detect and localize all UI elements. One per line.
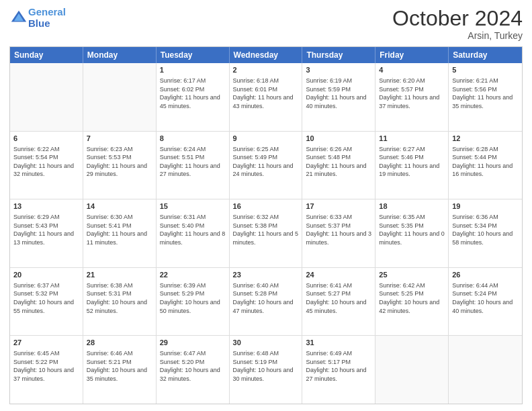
cell-info: Sunrise: 6:31 AMSunset: 5:40 PMDaylight:…: [160, 213, 226, 246]
cell-info: Sunrise: 6:17 AMSunset: 6:02 PMDaylight:…: [160, 77, 226, 110]
calendar-cell: 19Sunrise: 6:36 AMSunset: 5:34 PMDayligh…: [449, 199, 522, 267]
cell-date: 23: [233, 270, 299, 280]
cell-info: Sunrise: 6:30 AMSunset: 5:41 PMDaylight:…: [87, 213, 152, 246]
cell-date: 28: [87, 338, 152, 348]
calendar-cell: 24Sunrise: 6:41 AMSunset: 5:27 PMDayligh…: [302, 268, 375, 336]
day-name-sunday: Sunday: [10, 47, 83, 63]
calendar-cell: 28Sunrise: 6:46 AMSunset: 5:21 PMDayligh…: [83, 336, 157, 404]
cell-info: Sunrise: 6:32 AMSunset: 5:38 PMDaylight:…: [233, 213, 299, 246]
cell-info: Sunrise: 6:38 AMSunset: 5:31 PMDaylight:…: [87, 281, 152, 315]
cell-date: 7: [87, 134, 152, 144]
cell-date: 9: [233, 134, 299, 144]
calendar-cell: 31Sunrise: 6:49 AMSunset: 5:17 PMDayligh…: [302, 336, 375, 404]
cell-info: Sunrise: 6:39 AMSunset: 5:29 PMDaylight:…: [160, 281, 226, 315]
calendar-cell: 30Sunrise: 6:48 AMSunset: 5:19 PMDayligh…: [230, 336, 303, 404]
logo-icon: [9, 9, 28, 28]
calendar-cell: 14Sunrise: 6:30 AMSunset: 5:41 PMDayligh…: [83, 199, 157, 267]
calendar-row-0: 1Sunrise: 6:17 AMSunset: 6:02 PMDaylight…: [10, 63, 522, 131]
cell-info: Sunrise: 6:49 AMSunset: 5:17 PMDaylight:…: [306, 349, 371, 383]
calendar-subtitle: Arsin, Turkey: [392, 30, 523, 41]
title-block: October 2024 Arsin, Turkey: [392, 7, 523, 41]
cell-date: 15: [160, 201, 226, 212]
cell-date: 14: [87, 201, 152, 212]
cell-date: 19: [452, 201, 519, 212]
cell-date: 29: [160, 338, 226, 348]
logo: General Blue: [9, 7, 66, 29]
cell-info: Sunrise: 6:22 AMSunset: 5:54 PMDaylight:…: [13, 145, 79, 179]
calendar-cell: 29Sunrise: 6:47 AMSunset: 5:20 PMDayligh…: [157, 336, 230, 404]
cell-info: Sunrise: 6:48 AMSunset: 5:19 PMDaylight:…: [233, 349, 299, 383]
calendar-cell: 25Sunrise: 6:42 AMSunset: 5:25 PMDayligh…: [375, 268, 449, 336]
cell-date: 5: [452, 65, 519, 75]
cell-info: Sunrise: 6:46 AMSunset: 5:21 PMDaylight:…: [87, 349, 152, 383]
cell-date: 3: [306, 65, 371, 75]
day-name-monday: Monday: [83, 47, 157, 63]
cell-info: Sunrise: 6:37 AMSunset: 5:32 PMDaylight:…: [13, 281, 79, 315]
cell-info: Sunrise: 6:45 AMSunset: 5:22 PMDaylight:…: [13, 349, 79, 383]
calendar-cell: 23Sunrise: 6:40 AMSunset: 5:28 PMDayligh…: [230, 268, 303, 336]
calendar-cell: [449, 336, 522, 404]
calendar-cell: 9Sunrise: 6:25 AMSunset: 5:49 PMDaylight…: [230, 132, 303, 199]
cell-info: Sunrise: 6:35 AMSunset: 5:35 PMDaylight:…: [379, 213, 445, 246]
calendar-cell: 12Sunrise: 6:28 AMSunset: 5:44 PMDayligh…: [449, 132, 522, 199]
cell-date: 24: [306, 270, 371, 280]
cell-info: Sunrise: 6:20 AMSunset: 5:57 PMDaylight:…: [379, 77, 445, 110]
calendar-cell: 13Sunrise: 6:29 AMSunset: 5:43 PMDayligh…: [10, 199, 83, 267]
calendar-row-2: 13Sunrise: 6:29 AMSunset: 5:43 PMDayligh…: [10, 199, 522, 267]
cell-info: Sunrise: 6:23 AMSunset: 5:53 PMDaylight:…: [87, 145, 152, 179]
calendar-cell: 1Sunrise: 6:17 AMSunset: 6:02 PMDaylight…: [157, 63, 230, 131]
cell-info: Sunrise: 6:26 AMSunset: 5:48 PMDaylight:…: [306, 145, 371, 179]
cell-date: 25: [379, 270, 445, 280]
cell-info: Sunrise: 6:28 AMSunset: 5:44 PMDaylight:…: [452, 145, 519, 179]
cell-date: 17: [306, 201, 371, 212]
logo-text: General Blue: [28, 7, 66, 29]
calendar-cell: 27Sunrise: 6:45 AMSunset: 5:22 PMDayligh…: [10, 336, 83, 404]
calendar-cell: 3Sunrise: 6:19 AMSunset: 5:59 PMDaylight…: [302, 63, 375, 131]
calendar-cell: 8Sunrise: 6:24 AMSunset: 5:51 PMDaylight…: [157, 132, 230, 199]
page: General Blue October 2024 Arsin, Turkey …: [0, 0, 532, 411]
cell-info: Sunrise: 6:25 AMSunset: 5:49 PMDaylight:…: [233, 145, 299, 179]
cell-date: 20: [13, 270, 79, 280]
calendar-cell: [375, 336, 449, 404]
calendar-row-4: 27Sunrise: 6:45 AMSunset: 5:22 PMDayligh…: [10, 335, 522, 404]
cell-date: 13: [13, 201, 79, 212]
calendar-row-1: 6Sunrise: 6:22 AMSunset: 5:54 PMDaylight…: [10, 131, 522, 199]
cell-date: 30: [233, 338, 299, 348]
calendar-header: SundayMondayTuesdayWednesdayThursdayFrid…: [10, 47, 522, 63]
cell-date: 31: [306, 338, 371, 348]
calendar-cell: 15Sunrise: 6:31 AMSunset: 5:40 PMDayligh…: [157, 199, 230, 267]
cell-date: 2: [233, 65, 299, 75]
calendar-cell: 22Sunrise: 6:39 AMSunset: 5:29 PMDayligh…: [157, 268, 230, 336]
calendar-cell: 10Sunrise: 6:26 AMSunset: 5:48 PMDayligh…: [302, 132, 375, 199]
calendar-cell: 16Sunrise: 6:32 AMSunset: 5:38 PMDayligh…: [230, 199, 303, 267]
cell-info: Sunrise: 6:40 AMSunset: 5:28 PMDaylight:…: [233, 281, 299, 315]
calendar-title: October 2024: [392, 7, 523, 30]
calendar-row-3: 20Sunrise: 6:37 AMSunset: 5:32 PMDayligh…: [10, 267, 522, 336]
calendar-cell: 26Sunrise: 6:44 AMSunset: 5:24 PMDayligh…: [449, 268, 522, 336]
cell-info: Sunrise: 6:27 AMSunset: 5:46 PMDaylight:…: [379, 145, 445, 179]
day-name-tuesday: Tuesday: [157, 47, 230, 63]
cell-date: 16: [233, 201, 299, 212]
calendar-cell: [83, 63, 157, 131]
day-name-friday: Friday: [375, 47, 449, 63]
calendar-cell: 17Sunrise: 6:33 AMSunset: 5:37 PMDayligh…: [302, 199, 375, 267]
calendar-cell: 11Sunrise: 6:27 AMSunset: 5:46 PMDayligh…: [375, 132, 449, 199]
cell-info: Sunrise: 6:33 AMSunset: 5:37 PMDaylight:…: [306, 213, 371, 246]
cell-date: 27: [13, 338, 79, 348]
calendar-cell: 20Sunrise: 6:37 AMSunset: 5:32 PMDayligh…: [10, 268, 83, 336]
cell-info: Sunrise: 6:19 AMSunset: 5:59 PMDaylight:…: [306, 77, 371, 110]
cell-date: 22: [160, 270, 226, 280]
cell-info: Sunrise: 6:36 AMSunset: 5:34 PMDaylight:…: [452, 213, 519, 246]
cell-date: 12: [452, 134, 519, 144]
cell-date: 18: [379, 201, 445, 212]
cell-info: Sunrise: 6:24 AMSunset: 5:51 PMDaylight:…: [160, 145, 226, 179]
cell-date: 26: [452, 270, 519, 280]
calendar-body: 1Sunrise: 6:17 AMSunset: 6:02 PMDaylight…: [10, 63, 522, 404]
calendar-cell: 6Sunrise: 6:22 AMSunset: 5:54 PMDaylight…: [10, 132, 83, 199]
calendar-cell: [10, 63, 83, 131]
cell-date: 6: [13, 134, 79, 144]
day-name-saturday: Saturday: [449, 47, 522, 63]
cell-info: Sunrise: 6:41 AMSunset: 5:27 PMDaylight:…: [306, 281, 371, 315]
calendar-cell: 7Sunrise: 6:23 AMSunset: 5:53 PMDaylight…: [83, 132, 157, 199]
calendar-cell: 18Sunrise: 6:35 AMSunset: 5:35 PMDayligh…: [375, 199, 449, 267]
